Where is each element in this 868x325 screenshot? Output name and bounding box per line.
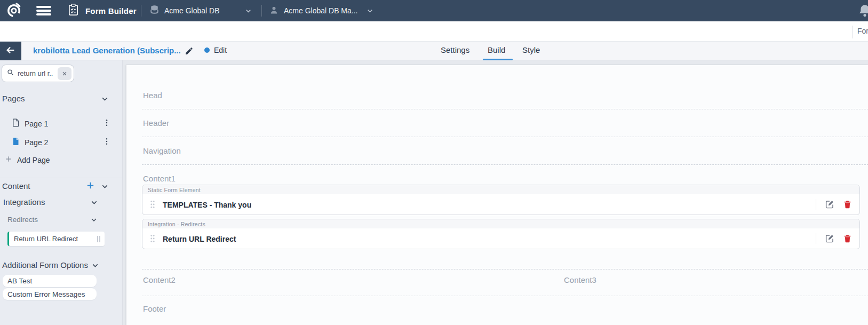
additional-options-chevron-down-icon[interactable] — [91, 261, 100, 272]
page2-label: Page 2 — [25, 138, 48, 147]
element-actions — [816, 194, 852, 215]
utility-right-text: For — [857, 27, 868, 35]
person-icon — [269, 5, 278, 17]
sidebar-divider — [0, 178, 123, 178]
zone-separator — [142, 109, 868, 109]
search-icon — [6, 68, 14, 78]
form-title-link[interactable]: krobilotta Lead Generation (Subscrip... — [33, 46, 181, 55]
trash-icon — [843, 234, 852, 243]
zone-navigation[interactable]: Navigation — [143, 146, 181, 155]
edit-pencil-square-icon — [825, 200, 834, 209]
trash-icon — [843, 200, 852, 209]
zone-header[interactable]: Header — [143, 118, 169, 128]
add-content-plus-icon[interactable] — [86, 181, 95, 192]
account-chevron-down-icon[interactable] — [366, 7, 374, 17]
content-chevron-down-icon[interactable] — [100, 182, 109, 193]
zone-separator — [142, 137, 868, 137]
notifications-bell-icon[interactable] — [857, 4, 868, 21]
drag-dots-icon[interactable] — [150, 234, 155, 245]
zone-content3[interactable]: Content3 — [564, 275, 596, 284]
edit-element-button[interactable] — [825, 200, 834, 209]
custom-error-messages-button[interactable]: Custom Error Messages — [3, 288, 97, 300]
pages-section-title: Pages — [2, 94, 25, 103]
product-title: Form Builder — [85, 6, 137, 15]
element-type-strip — [142, 185, 859, 194]
status-dot-icon — [204, 47, 210, 53]
integrations-section-title: Integrations — [3, 197, 45, 207]
navbar-divider — [141, 5, 141, 17]
status-label: Edit — [214, 46, 227, 54]
navbar-divider-2 — [261, 5, 262, 17]
top-navbar: Form Builder Acme Global DB — [0, 0, 868, 21]
tab-style[interactable]: Style — [522, 45, 540, 54]
zone-content1[interactable]: Content1 — [143, 174, 176, 183]
utility-strip: For — [0, 21, 868, 42]
page1-label: Page 1 — [25, 120, 48, 128]
sidebar-search-box — [2, 65, 74, 82]
return-url-redirect-label: Return URL Redirect — [14, 235, 78, 243]
integrations-chevron-down-icon[interactable] — [90, 198, 99, 209]
builder-sidebar: Pages Page 1 Page 2 — [0, 60, 123, 325]
product-area: Form Builder — [67, 0, 137, 21]
edit-pencil-square-icon — [825, 234, 834, 243]
ab-test-button[interactable]: AB Test — [3, 275, 97, 287]
delete-element-button[interactable] — [843, 234, 852, 243]
ab-test-label: AB Test — [7, 277, 32, 285]
form-element-static[interactable]: Static Form Element TEMPLATES - Thank yo… — [142, 185, 860, 215]
page-outline-icon — [12, 118, 20, 129]
page2-kebab-menu-icon[interactable] — [102, 136, 111, 149]
element-type-label: Integration - Redirects — [148, 221, 205, 227]
plus-icon — [5, 155, 12, 164]
acton-logo-icon[interactable] — [5, 2, 22, 19]
actions-divider — [816, 233, 816, 244]
account-selector[interactable]: Acme Global DB Ma... — [269, 0, 358, 21]
sidebar-item-page2[interactable]: Page 2 — [12, 137, 48, 148]
database-selector-label: Acme Global DB — [164, 6, 219, 15]
element-type-label: Static Form Element — [148, 187, 201, 193]
drag-handle-icon[interactable] — [97, 236, 100, 242]
utility-divider — [853, 26, 853, 38]
zone-footer[interactable]: Footer — [143, 304, 166, 313]
hamburger-menu-icon[interactable] — [36, 6, 51, 15]
sidebar-item-page1[interactable]: Page 1 — [12, 118, 48, 129]
add-page-label: Add Page — [17, 156, 50, 164]
additional-options-title: Additional Form Options — [2, 260, 88, 269]
element-actions — [816, 228, 852, 249]
rename-pencil-icon[interactable] — [185, 46, 194, 58]
add-page-button[interactable]: Add Page — [5, 155, 50, 164]
redirects-subsection-title: Redirects — [7, 216, 38, 224]
custom-error-messages-label: Custom Error Messages — [7, 290, 85, 298]
database-icon — [150, 5, 159, 17]
database-chevron-down-icon[interactable] — [244, 7, 252, 17]
element-name: TEMPLATES - Thank you — [163, 201, 251, 209]
redirects-chevron-down-icon[interactable] — [90, 216, 98, 226]
page1-kebab-menu-icon[interactable] — [102, 117, 111, 130]
back-arrow-icon — [5, 44, 17, 58]
zone-head[interactable]: Head — [143, 91, 162, 100]
drag-dots-icon[interactable] — [150, 200, 155, 211]
edit-element-button[interactable] — [825, 234, 834, 243]
search-input[interactable] — [18, 69, 53, 77]
zone-separator — [142, 296, 868, 296]
element-name: Return URL Redirect — [163, 235, 236, 243]
element-type-strip — [142, 219, 859, 228]
page-filled-icon — [12, 137, 20, 148]
delete-element-button[interactable] — [843, 200, 852, 209]
close-icon — [61, 70, 68, 77]
back-button[interactable] — [0, 42, 21, 60]
form-builder-icon — [67, 3, 79, 19]
app-window: Form Builder Acme Global DB — [0, 0, 868, 325]
zone-separator — [142, 269, 868, 269]
actions-divider — [816, 199, 816, 210]
search-clear-button[interactable] — [58, 67, 71, 80]
database-selector[interactable]: Acme Global DB — [150, 0, 219, 21]
zone-separator — [142, 164, 868, 165]
return-url-redirect-draggable[interactable]: Return URL Redirect — [7, 232, 105, 246]
zone-content2[interactable]: Content2 — [143, 275, 176, 284]
tab-settings[interactable]: Settings — [441, 45, 469, 54]
form-element-integration[interactable]: Integration - Redirects Return URL Redir… — [142, 219, 860, 249]
status-badge: Edit — [204, 46, 227, 54]
pages-chevron-down-icon[interactable] — [100, 94, 109, 106]
tab-build[interactable]: Build — [488, 45, 505, 54]
content-section-title: Content — [2, 181, 30, 191]
